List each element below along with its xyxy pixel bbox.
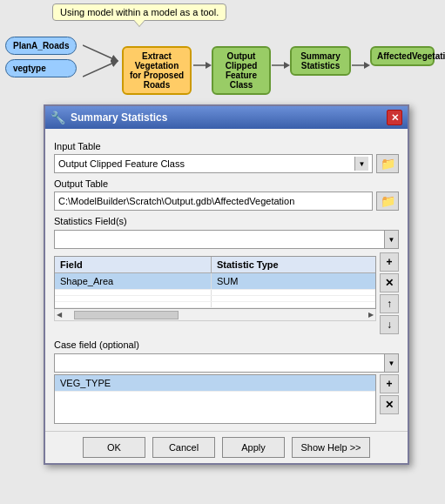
move-down-button[interactable]: ↓ — [380, 315, 399, 334]
case-side-buttons: + ✕ — [380, 374, 399, 414]
case-field-dropdown[interactable]: ▼ — [54, 353, 399, 373]
svg-marker-3 — [206, 62, 212, 69]
stats-field-dropdown[interactable]: ▼ — [54, 230, 399, 249]
case-field-section: Case field (optional) ▼ VEG_TYPE + — [54, 339, 399, 424]
arrow3 — [352, 59, 371, 71]
field-column-header: Field — [55, 257, 212, 272]
scroll-left-icon[interactable]: ◀ — [57, 311, 62, 319]
input-table-combo[interactable]: Output Clipped Feature Class ▼ — [54, 154, 373, 173]
statistics-table[interactable]: Field Statistic Type Shape_Area SUM — [54, 256, 376, 309]
diagram-area: Using model within a model as a tool. Pl… — [0, 0, 445, 122]
case-table[interactable]: VEG_TYPE — [54, 374, 376, 424]
move-up-button[interactable]: ↑ — [380, 294, 399, 313]
case-field-label: Case field (optional) — [54, 339, 399, 350]
cancel-button[interactable]: Cancel — [152, 437, 215, 458]
dialog-titlebar: 🔧 Summary Statistics ✕ — [45, 106, 408, 129]
node-affected[interactable]: AffectedVegetation — [370, 46, 435, 66]
case-dropdown-arrow-icon[interactable]: ▼ — [384, 354, 398, 372]
add-row-button[interactable]: + — [380, 252, 399, 272]
statistics-table-wrapper: Field Statistic Type Shape_Area SUM — [54, 252, 376, 321]
case-table-section: VEG_TYPE + ✕ — [54, 374, 399, 424]
stat-cell — [212, 290, 375, 295]
ok-button[interactable]: OK — [83, 437, 145, 458]
stats-dropdown-arrow-icon[interactable]: ▼ — [384, 231, 398, 248]
remove-row-button[interactable]: ✕ — [380, 273, 399, 292]
svg-marker-7 — [364, 62, 370, 69]
svg-marker-5 — [284, 62, 290, 69]
dialog-footer: OK Cancel Apply Show Help >> — [45, 431, 408, 463]
table-header: Field Statistic Type — [55, 257, 375, 273]
statistics-table-section: Field Statistic Type Shape_Area SUM — [54, 252, 399, 334]
input-table-browse[interactable]: 📁 — [376, 154, 399, 173]
field-cell — [55, 290, 212, 295]
tooltip-text: Using model within a model as a tool. — [60, 7, 219, 17]
output-table-browse[interactable]: 📁 — [376, 192, 399, 211]
combo-arrow-icon[interactable]: ▼ — [354, 157, 368, 171]
output-table-label: Output Table — [54, 178, 399, 189]
arrow2 — [272, 59, 291, 71]
show-help-button[interactable]: Show Help >> — [292, 437, 370, 458]
node-extract[interactable]: Extract Vegetation for Proposed Roads — [122, 46, 192, 95]
scrollbar-thumb[interactable] — [74, 311, 179, 319]
svg-line-0 — [83, 45, 118, 61]
arrow1 — [193, 59, 212, 71]
dialog-icon: 🔧 — [51, 111, 65, 124]
dialog-titlebar-left: 🔧 Summary Statistics — [51, 111, 167, 124]
table-row[interactable] — [55, 296, 375, 302]
node-vegtype[interactable]: vegtype — [5, 59, 77, 77]
scroll-right-icon[interactable]: ▶ — [368, 311, 374, 319]
svg-line-1 — [83, 61, 118, 77]
table-row[interactable] — [55, 290, 375, 296]
input-table-row: Output Clipped Feature Class ▼ 📁 — [54, 154, 399, 173]
table-side-buttons: + ✕ ↑ ↓ — [380, 252, 399, 334]
input-table-label: Input Table — [54, 141, 399, 151]
case-empty-row — [55, 392, 375, 407]
table-row[interactable] — [55, 302, 375, 308]
arrows-in — [83, 35, 126, 87]
stat-cell: SUM — [212, 273, 375, 289]
tooltip-bubble: Using model within a model as a tool. — [52, 3, 226, 21]
stats-dropdown-row: ▼ — [54, 230, 399, 249]
field-cell — [55, 302, 212, 307]
summary-statistics-dialog: 🔧 Summary Statistics ✕ Input Table Outpu… — [44, 104, 409, 465]
horizontal-scrollbar[interactable]: ◀ ▶ — [54, 309, 376, 321]
case-empty-row — [55, 407, 375, 423]
table-row[interactable]: Shape_Area SUM — [55, 273, 375, 290]
field-cell: Shape_Area — [55, 273, 212, 289]
stat-cell — [212, 296, 375, 301]
close-button[interactable]: ✕ — [387, 110, 402, 125]
node-summary[interactable]: Summary Statistics — [290, 46, 351, 76]
field-cell — [55, 296, 212, 301]
output-table-input[interactable] — [54, 192, 373, 211]
node-plana-roads[interactable]: PlanA_Roads — [5, 37, 77, 55]
input-table-value: Output Clipped Feature Class — [58, 158, 354, 169]
statistics-fields-label: Statistics Field(s) — [54, 216, 399, 226]
case-remove-button[interactable]: ✕ — [380, 395, 399, 414]
output-table-row: 📁 — [54, 192, 399, 211]
stattype-column-header: Statistic Type — [212, 257, 375, 272]
stat-cell — [212, 302, 375, 307]
dialog-body: Input Table Output Clipped Feature Class… — [45, 129, 408, 431]
case-row[interactable]: VEG_TYPE — [55, 375, 375, 392]
case-dropdown-row: ▼ — [54, 353, 399, 373]
dialog-title: Summary Statistics — [71, 111, 167, 124]
case-add-button[interactable]: + — [380, 374, 399, 393]
apply-button[interactable]: Apply — [222, 437, 285, 458]
node-output-clipped[interactable]: Output Clipped Feature Class — [212, 46, 271, 95]
